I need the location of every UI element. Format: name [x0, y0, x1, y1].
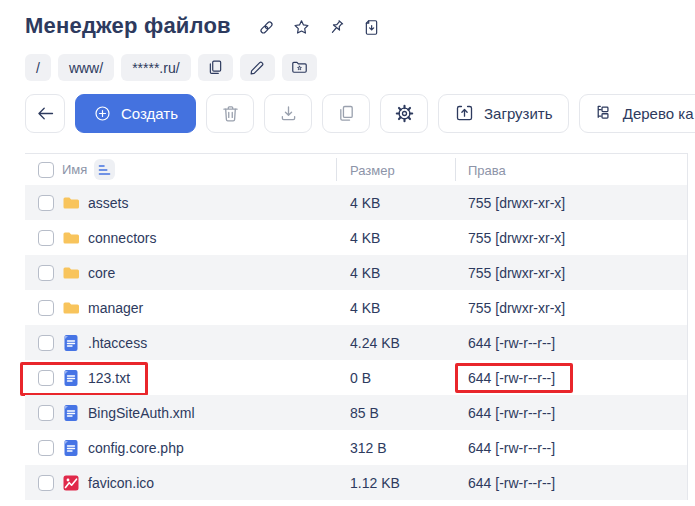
row-checkbox[interactable] [38, 195, 54, 211]
folder-icon [62, 229, 80, 247]
image-file-icon [62, 474, 80, 492]
file-name[interactable]: config.core.php [88, 440, 184, 456]
row-checkbox[interactable] [38, 230, 54, 246]
file-icon [62, 404, 80, 422]
column-header-perms[interactable]: Права [468, 162, 506, 177]
file-size: 4 KB [350, 265, 380, 281]
row-checkbox[interactable] [38, 265, 54, 281]
plus-circle-icon [96, 107, 109, 120]
tree-button-label: Дерево ка [623, 105, 694, 122]
file-name[interactable]: manager [88, 300, 143, 316]
table-header: Имя Размер Права [25, 154, 687, 185]
copy-path-button[interactable] [198, 54, 233, 81]
title-action-icons [257, 18, 381, 37]
download-icon [278, 103, 299, 124]
file-perms[interactable]: 755 [drwxr-xr-x] [468, 300, 565, 316]
file-perms[interactable]: 644 [-rw-r--r--] [468, 335, 555, 351]
file-name[interactable]: .htaccess [88, 335, 147, 351]
save-page-icon[interactable] [362, 18, 381, 37]
tree-button[interactable]: Дерево ка [579, 94, 695, 133]
folder-icon [62, 194, 80, 212]
upload-button[interactable]: Загрузить [438, 94, 569, 133]
breadcrumb-site[interactable]: *****.ru/ [121, 54, 190, 81]
file-perms[interactable]: 644 [-rw-r--r--] [468, 440, 555, 456]
create-button-label: Создать [121, 105, 178, 122]
column-divider [455, 158, 456, 181]
file-perms[interactable]: 755 [drwxr-xr-x] [468, 265, 565, 281]
folder-icon [62, 299, 80, 317]
delete-button[interactable] [206, 94, 254, 133]
file-perms[interactable]: 644 [-rw-r--r--] [468, 405, 555, 421]
file-name[interactable]: assets [88, 195, 128, 211]
column-divider [336, 158, 337, 181]
table-row[interactable]: 123.txt 0 B 644 [-rw-r--r--] [25, 360, 687, 395]
file-size: 4.24 KB [350, 335, 400, 351]
file-icon [62, 439, 80, 457]
file-name[interactable]: 123.txt [88, 370, 130, 386]
folder-icon [62, 264, 80, 282]
file-name[interactable]: BingSiteAuth.xml [88, 405, 195, 421]
select-all-checkbox[interactable] [38, 162, 54, 178]
table-row[interactable]: core 4 KB 755 [drwxr-xr-x] [25, 255, 687, 290]
file-size: 4 KB [350, 300, 380, 316]
table-row[interactable]: BingSiteAuth.xml 85 B 644 [-rw-r--r--] [25, 395, 687, 430]
pin-icon[interactable] [327, 18, 346, 37]
upload-button-label: Загрузить [484, 105, 553, 122]
gear-icon [394, 103, 415, 124]
toolbar: Создать Загрузить [25, 94, 695, 133]
back-button[interactable] [25, 94, 65, 133]
file-perms[interactable]: 755 [drwxr-xr-x] [468, 230, 565, 246]
row-checkbox[interactable] [38, 475, 54, 491]
tree-icon [594, 103, 614, 124]
file-perms[interactable]: 755 [drwxr-xr-x] [468, 195, 565, 211]
sort-ascending-icon[interactable] [94, 159, 115, 180]
file-size: 85 B [350, 405, 379, 421]
link-icon[interactable] [257, 18, 276, 37]
download-button[interactable] [264, 94, 312, 133]
file-size: 0 B [350, 370, 371, 386]
file-name[interactable]: favicon.ico [88, 475, 154, 491]
breadcrumb-root[interactable]: / [25, 54, 51, 81]
edit-icon[interactable] [240, 54, 275, 81]
column-header-size[interactable]: Размер [350, 162, 395, 177]
table-row[interactable]: connectors 4 KB 755 [drwxr-xr-x] [25, 220, 687, 255]
file-name[interactable]: connectors [88, 230, 156, 246]
row-checkbox[interactable] [38, 300, 54, 316]
breadcrumb: / www/ *****.ru/ [25, 54, 695, 81]
row-checkbox[interactable] [38, 370, 54, 386]
copy-button[interactable] [322, 94, 370, 133]
file-size: 312 B [350, 440, 387, 456]
table-row[interactable]: manager 4 KB 755 [drwxr-xr-x] [25, 290, 687, 325]
file-icon [62, 334, 80, 352]
file-size: 4 KB [350, 230, 380, 246]
file-perms[interactable]: 644 [-rw-r--r--] [468, 370, 555, 386]
row-checkbox[interactable] [38, 335, 54, 351]
create-button[interactable]: Создать [75, 94, 196, 133]
file-size: 4 KB [350, 195, 380, 211]
breadcrumb-www[interactable]: www/ [58, 54, 114, 81]
table-row[interactable]: favicon.ico 1.12 KB 644 [-rw-r--r--] [25, 465, 687, 500]
table-row[interactable]: config.core.php 312 B 644 [-rw-r--r--] [25, 430, 687, 465]
copy-icon [336, 103, 357, 124]
page-header: Менеджер файлов [0, 0, 695, 39]
file-size: 1.12 KB [350, 475, 400, 491]
upload-icon [454, 103, 475, 124]
file-name[interactable]: core [88, 265, 115, 281]
column-header-name[interactable]: Имя [62, 162, 87, 177]
row-checkbox[interactable] [38, 440, 54, 456]
file-table: Имя Размер Права assets 4 KB 755 [drwxr-… [25, 153, 688, 500]
folder-favorite-icon[interactable] [282, 54, 317, 81]
table-row[interactable]: .htaccess 4.24 KB 644 [-rw-r--r--] [25, 325, 687, 360]
row-checkbox[interactable] [38, 405, 54, 421]
file-perms[interactable]: 644 [-rw-r--r--] [468, 475, 555, 491]
file-icon [62, 369, 80, 387]
table-row[interactable]: assets 4 KB 755 [drwxr-xr-x] [25, 185, 687, 220]
trash-icon [220, 103, 241, 124]
table-body: assets 4 KB 755 [drwxr-xr-x] connectors … [25, 185, 687, 500]
page-title: Менеджер файлов [25, 13, 231, 39]
star-icon[interactable] [292, 18, 311, 37]
settings-button[interactable] [380, 94, 428, 133]
